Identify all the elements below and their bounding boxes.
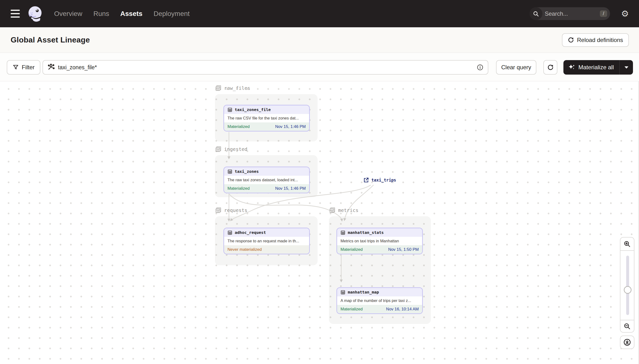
clear-query-button[interactable]: Clear query (496, 60, 536, 74)
refresh-icon (568, 37, 574, 43)
dagster-logo[interactable] (26, 5, 44, 23)
layered-tables-icon (329, 207, 336, 214)
status-badge: Materialized (341, 307, 363, 312)
op-selector-icon (47, 64, 55, 71)
group-label-metrics[interactable]: metrics (329, 207, 358, 214)
edge-taxi-trips-to-manhattan-stats (344, 185, 373, 220)
external-asset-taxi-trips[interactable]: taxi_trips (363, 177, 396, 183)
page-header: Global Asset Lineage Reload definitions (0, 27, 639, 53)
layered-tables-icon (215, 146, 222, 152)
group-label-ingested[interactable]: ingested (215, 146, 247, 152)
download-circle-icon (623, 338, 631, 346)
zoom-slider-track[interactable] (626, 256, 629, 315)
table-icon (341, 230, 345, 235)
materialize-all-split-button: Materialize all (563, 60, 633, 74)
table-icon (228, 108, 232, 112)
asset-node-manhattan-stats[interactable]: manhattan_stats Metrics on taxi trips in… (336, 228, 423, 254)
layered-tables-icon (215, 207, 222, 214)
zoom-slider-thumb[interactable] (624, 286, 631, 294)
funnel-icon (13, 64, 19, 70)
materialization-timestamp: Nov 15, 1:46 PM (275, 186, 306, 191)
asset-description: A map of the number of trips per taxi z.… (337, 296, 422, 305)
asset-name: manhattan_map (348, 290, 379, 294)
settings-gear-icon[interactable]: ⚙ (621, 10, 629, 18)
page-title: Global Asset Lineage (11, 36, 90, 44)
asset-description: The raw taxi zones dataset, loaded int..… (224, 176, 309, 184)
asset-name: manhattan_stats (348, 230, 384, 235)
recenter-download-button[interactable] (620, 336, 634, 349)
asset-description: The raw CSV file for the taxi zones dat.… (224, 114, 309, 122)
search-icon (530, 7, 542, 20)
tab-overview[interactable]: Overview (54, 10, 82, 18)
table-icon (228, 169, 232, 174)
status-badge: Never materialized (228, 247, 262, 252)
search-input[interactable] (542, 10, 600, 17)
nav-tabs: Overview Runs Assets Deployment (54, 10, 190, 18)
group-label-requests[interactable]: requests (215, 207, 247, 214)
refresh-graph-button[interactable] (543, 60, 557, 74)
asset-node-adhoc-request[interactable]: adhoc_request The response to an request… (223, 228, 310, 254)
materialization-timestamp: Nov 15, 1:46 PM (275, 124, 306, 129)
lineage-toolbar: Filter Clear query Materialize (0, 53, 639, 81)
asset-query-input[interactable] (58, 64, 473, 71)
asset-name: adhoc_request (235, 230, 266, 235)
materialize-options-dropdown[interactable] (619, 60, 633, 74)
filter-button[interactable]: Filter (7, 60, 40, 74)
table-icon (228, 230, 232, 235)
status-badge: Materialized (228, 124, 250, 129)
search-bar[interactable]: / (530, 7, 610, 20)
top-nav: Overview Runs Assets Deployment / ⚙ (0, 0, 639, 27)
asset-node-taxi-zones[interactable]: taxi_zones The raw taxi zones dataset, l… (223, 166, 310, 193)
status-badge: Materialized (228, 186, 250, 191)
asset-name: taxi_zones_file (235, 108, 271, 112)
materialization-timestamp: Nov 16, 10:14 AM (386, 307, 419, 312)
chevron-down-icon (624, 66, 628, 69)
asset-description: The response to an request made in th... (224, 237, 309, 245)
zoom-slider[interactable] (620, 251, 634, 320)
reload-definitions-button[interactable]: Reload definitions (562, 33, 629, 47)
menu-icon[interactable] (11, 10, 20, 18)
group-label-raw-files[interactable]: raw_files (215, 85, 250, 92)
asset-name: taxi_zones (235, 169, 259, 174)
zoom-in-button[interactable] (620, 237, 634, 251)
tab-assets[interactable]: Assets (120, 10, 143, 18)
refresh-icon (547, 64, 554, 71)
asset-node-taxi-zones-file[interactable]: taxi_zones_file The raw CSV file for the… (223, 105, 310, 132)
asset-node-manhattan-map[interactable]: manhattan_map A map of the number of tri… (336, 287, 423, 314)
zoom-out-button[interactable] (620, 320, 634, 332)
materialization-timestamp: Nov 15, 1:50 PM (388, 247, 419, 252)
zoom-out-icon (623, 323, 631, 330)
zoom-in-icon (623, 240, 631, 248)
layered-tables-icon (215, 85, 222, 92)
materialize-all-button[interactable]: Materialize all (563, 60, 619, 74)
external-link-icon (363, 177, 369, 183)
tab-runs[interactable]: Runs (94, 10, 109, 18)
info-icon[interactable] (477, 64, 483, 71)
lineage-edges (0, 81, 639, 364)
lineage-canvas[interactable]: raw_files ingested requests metrics taxi… (0, 81, 639, 364)
zoom-controls (620, 237, 634, 349)
table-icon (341, 290, 345, 295)
tab-deployment[interactable]: Deployment (154, 10, 190, 18)
search-shortcut-badge: / (600, 10, 607, 17)
status-badge: Materialized (341, 247, 363, 252)
sparkle-icon (568, 64, 575, 71)
asset-description: Metrics on taxi trips in Manhattan (337, 237, 422, 245)
asset-query-input-box[interactable] (43, 60, 488, 74)
